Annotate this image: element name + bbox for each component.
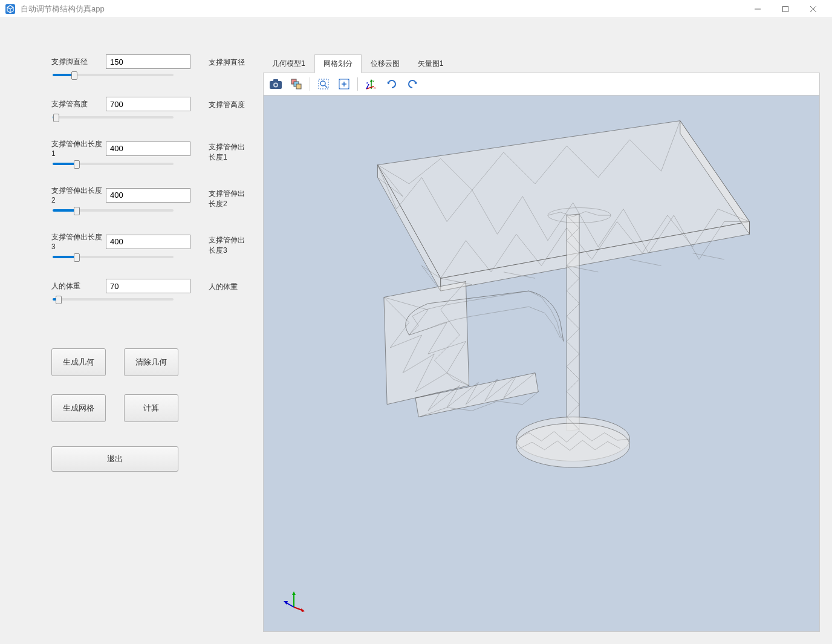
param-label: 支撑管伸出长度3 [51, 232, 106, 251]
param-label: 支撑管高度 [51, 99, 106, 109]
exit-button[interactable]: 退出 [51, 446, 178, 472]
app-icon [5, 4, 16, 15]
viewer-toolbar: yzx [263, 73, 820, 96]
zoom-select-icon[interactable] [315, 76, 332, 93]
window-controls [744, 0, 827, 18]
svg-marker-38 [292, 591, 296, 595]
param-group: 支撑管高度支撑管高度 [51, 97, 251, 139]
viewer-tab[interactable]: 位移云图 [362, 54, 409, 73]
screenshot-icon[interactable] [267, 76, 284, 93]
param-label: 人的体重 [51, 281, 106, 291]
minimize-button[interactable] [744, 0, 772, 18]
param-readout-label: 支撑管伸出长度1 [209, 139, 251, 163]
rotate-cw-icon[interactable] [404, 76, 421, 93]
toolbar-separator [357, 77, 358, 91]
svg-rect-2 [783, 6, 788, 11]
toolbar-separator [310, 77, 310, 91]
param-input[interactable] [106, 188, 190, 203]
param-slider[interactable] [53, 206, 174, 215]
param-group: 人的体重人的体重 [51, 279, 251, 321]
svg-marker-40 [301, 608, 305, 612]
param-input[interactable] [106, 97, 190, 111]
generate-geometry-button[interactable]: 生成几何 [51, 348, 106, 376]
print-icon[interactable] [288, 76, 305, 93]
param-readout-label: 支撑管伸出长度3 [209, 232, 251, 256]
param-label: 支撑管伸出长度2 [51, 186, 106, 204]
param-readout-label: 支撑管高度 [209, 97, 245, 110]
generate-mesh-button[interactable]: 生成网格 [51, 394, 106, 422]
viewer-tab[interactable]: 矢量图1 [409, 54, 453, 73]
axis-gizmo-icon [282, 589, 306, 613]
3d-viewer[interactable] [263, 96, 820, 632]
param-group: 支撑管伸出长度3支撑管伸出长度3 [51, 232, 251, 279]
svg-rect-6 [273, 79, 278, 82]
param-group: 支撑管伸出长度2支撑管伸出长度2 [51, 186, 251, 232]
viewer-tab[interactable]: 网格划分 [314, 54, 362, 73]
param-readout-label: 支撑管伸出长度2 [209, 186, 251, 209]
svg-point-33 [516, 423, 630, 467]
svg-text:y: y [372, 79, 374, 82]
mesh-render [264, 96, 819, 631]
svg-rect-11 [296, 84, 301, 89]
param-group: 支撑脚直径支撑脚直径 [51, 54, 251, 97]
param-input[interactable] [106, 235, 190, 249]
svg-point-13 [320, 81, 325, 86]
rotate-ccw-icon[interactable] [383, 76, 400, 93]
axis-orientation-icon[interactable]: yzx [363, 76, 380, 93]
param-slider[interactable] [53, 112, 174, 122]
param-label: 支撑脚直径 [51, 57, 106, 67]
param-readout-label: 支撑脚直径 [209, 54, 245, 68]
param-slider[interactable] [53, 159, 174, 169]
svg-marker-42 [284, 601, 288, 605]
zoom-extents-icon[interactable] [336, 76, 353, 93]
maximize-button[interactable] [772, 0, 799, 18]
compute-button[interactable]: 计算 [124, 394, 178, 422]
param-input[interactable] [106, 141, 190, 156]
param-slider[interactable] [53, 252, 174, 262]
param-label: 支撑管伸出长度1 [51, 139, 106, 158]
svg-point-8 [275, 84, 277, 86]
param-input[interactable] [106, 279, 190, 293]
window-title: 自动调节椅结构仿真app [21, 4, 105, 15]
clear-geometry-button[interactable]: 清除几何 [124, 348, 178, 376]
param-slider[interactable] [53, 294, 174, 304]
svg-text:x: x [374, 86, 375, 89]
svg-line-14 [325, 85, 327, 88]
param-slider[interactable] [53, 70, 174, 80]
param-group: 支撑管伸出长度1支撑管伸出长度1 [51, 139, 251, 186]
close-button[interactable] [799, 0, 827, 18]
titlebar: 自动调节椅结构仿真app [0, 0, 832, 18]
viewer-tabs: 几何模型1网格划分位移云图矢量图1 [263, 54, 820, 73]
viewer-panel: 几何模型1网格划分位移云图矢量图1 yzx [263, 54, 820, 632]
svg-text:z: z [366, 81, 368, 85]
param-readout-label: 人的体重 [209, 279, 238, 292]
param-input[interactable] [106, 54, 190, 69]
viewer-tab[interactable]: 几何模型1 [263, 54, 314, 73]
parameters-panel: 支撑脚直径支撑脚直径支撑管高度支撑管高度支撑管伸出长度1支撑管伸出长度1支撑管伸… [51, 54, 251, 632]
